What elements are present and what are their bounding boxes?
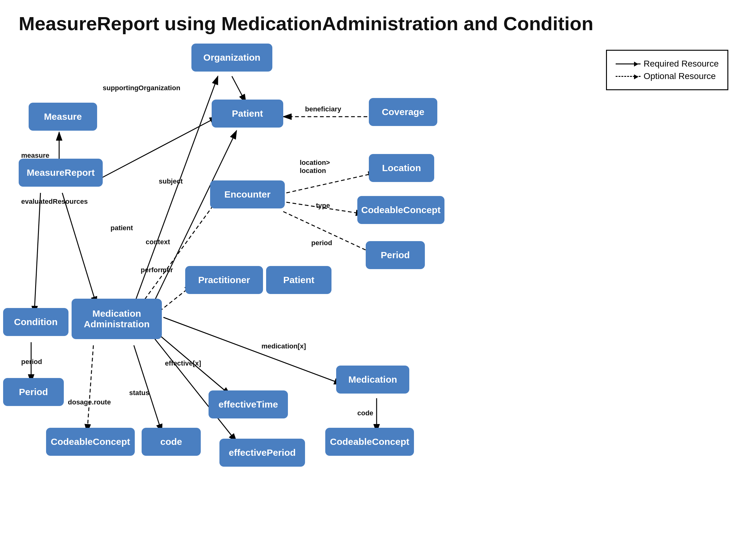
node-codeable2: CodeableConcept [46,428,135,456]
node-organization: Organization [191,44,272,72]
svg-line-12 [286,173,377,193]
node-period-bottom: Period [3,378,64,406]
node-codeable1: CodeableConcept [357,196,444,224]
label-subject: subject [159,177,183,185]
node-practitioner: Practitioner [185,266,263,294]
node-patient-top: Patient [212,100,283,128]
label-type: type [316,202,330,210]
label-performer: performer [141,266,173,274]
node-patient-mid: Patient [266,266,332,294]
node-code: code [141,428,201,456]
label-status: status [129,389,149,397]
legend-optional-label: Optional Resource [644,71,716,81]
label-period-enc: period [311,239,332,247]
svg-line-7 [232,76,246,103]
optional-line-icon [616,76,641,77]
node-effectiveperiod: effectivePeriod [220,439,305,466]
node-location: Location [369,154,434,182]
svg-line-9 [134,199,218,314]
label-code: code [357,409,373,417]
node-medication: Medication [336,366,409,394]
label-period-cond: period [21,358,42,366]
legend-required: Required Resource [616,59,719,69]
label-location: location>location [300,159,330,175]
label-dosage: dosage.route [68,398,111,406]
node-coverage: Coverage [369,98,437,126]
node-condition: Condition [3,308,69,336]
label-effective: effective[x] [165,359,201,367]
node-effectivetime: effectiveTime [209,391,288,419]
node-codeable3: CodeableConcept [325,428,414,456]
label-context: context [146,238,170,246]
node-measure: Measure [29,103,97,131]
label-supporting-org: supportingOrganization [103,84,180,92]
legend-optional: Optional Resource [616,71,719,81]
svg-line-19 [153,336,236,442]
svg-line-16 [87,345,93,432]
svg-line-5 [100,117,218,179]
label-beneficiary: beneficiary [305,105,341,113]
label-patient: patient [110,224,133,232]
label-medication: medication[x] [261,342,306,350]
page-title: MeasureReport using MedicationAdministra… [19,12,593,34]
svg-line-4 [62,193,97,305]
node-encounter: Encounter [210,181,285,209]
label-evaluated: evaluatedResources [21,197,88,206]
node-period-top: Period [366,241,425,269]
legend: Required Resource Optional Resource [606,50,728,90]
node-medication-admin: MedicationAdministration [72,299,162,339]
node-measurereport: MeasureReport [19,159,103,187]
svg-line-3 [34,193,41,314]
svg-line-20 [163,317,342,384]
required-line-icon [616,63,641,64]
legend-required-label: Required Resource [644,59,719,69]
